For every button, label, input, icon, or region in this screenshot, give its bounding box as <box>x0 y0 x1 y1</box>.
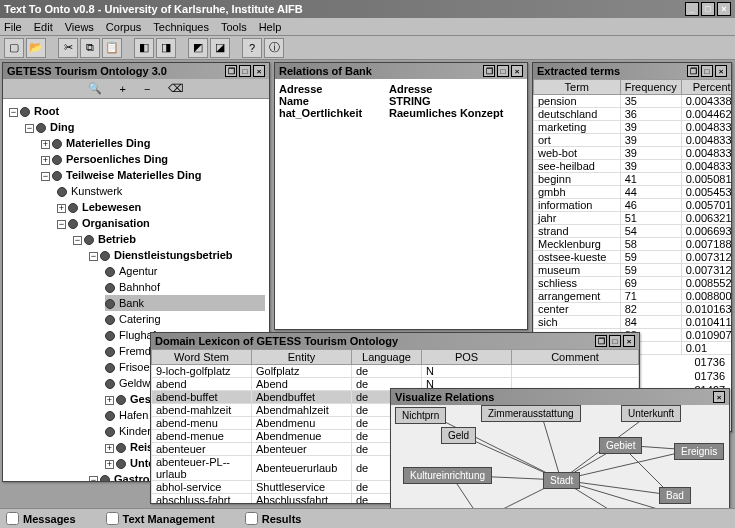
tool2-icon[interactable]: ◨ <box>156 38 176 58</box>
viz-node[interactable]: Nichtprn <box>395 407 446 424</box>
col-pos[interactable]: POS <box>422 350 512 365</box>
relation-row[interactable]: NameSTRING <box>279 95 523 107</box>
relation-row[interactable]: hat_OertlichkeitRaeumliches Konzept <box>279 107 523 119</box>
lexicon-titlebar[interactable]: Domain Lexicon of GETESS Tourism Ontolog… <box>151 333 639 349</box>
menu-corpus[interactable]: Corpus <box>106 21 141 33</box>
menu-help[interactable]: Help <box>259 21 282 33</box>
col-pct[interactable]: Percentage <box>681 80 731 95</box>
detach-icon[interactable]: ❐ <box>687 65 699 77</box>
table-row[interactable]: beginn410.0050818045 <box>534 173 732 186</box>
tree-node[interactable]: Organisation <box>82 217 150 229</box>
viz-node[interactable]: Kultureinrichtung <box>403 467 492 484</box>
close-icon[interactable]: × <box>623 335 635 347</box>
viz-node[interactable]: Gebiet <box>599 437 642 454</box>
copy-icon[interactable]: ⧉ <box>80 38 100 58</box>
clear-icon[interactable]: ⌫ <box>168 82 184 95</box>
viz-node[interactable]: Geld <box>441 427 476 444</box>
tool3-icon[interactable]: ◩ <box>188 38 208 58</box>
tree-node[interactable]: Ding <box>50 121 74 133</box>
tool4-icon[interactable]: ◪ <box>210 38 230 58</box>
viz-node[interactable]: Ereignis <box>674 443 724 460</box>
toggle-icon[interactable]: − <box>9 108 18 117</box>
tree-node[interactable]: Teilweise Materielles Ding <box>66 169 202 181</box>
menu-file[interactable]: File <box>4 21 22 33</box>
tree-node[interactable]: Catering <box>119 313 161 325</box>
table-row[interactable]: sich840.010411502 <box>534 316 732 329</box>
viz-node[interactable]: Zimmerausstattung <box>481 405 581 422</box>
viz-node[interactable]: Stadt <box>543 472 580 489</box>
ontology-titlebar[interactable]: GETESS Tourism Ontology 3.0 ❐ □ × <box>3 63 269 79</box>
add-icon[interactable]: + <box>120 83 126 95</box>
table-row[interactable]: 9-loch-golfplatzGolfplatzdeN <box>152 365 639 378</box>
tree-node[interactable]: Betrieb <box>98 233 136 245</box>
tree-node[interactable]: Dienstleistungsbetrieb <box>114 249 233 261</box>
table-row[interactable]: Mecklenburg580.0071888943 <box>534 238 732 251</box>
minimize-button[interactable]: _ <box>685 2 699 16</box>
relations-titlebar[interactable]: Relations of Bank ❐ □ × <box>275 63 527 79</box>
paste-icon[interactable]: 📋 <box>102 38 122 58</box>
relation-row[interactable]: AdresseAdresse <box>279 83 523 95</box>
open-icon[interactable]: 📂 <box>26 38 46 58</box>
col-lang[interactable]: Language <box>352 350 422 365</box>
table-row[interactable]: museum590.007312841 <box>534 264 732 277</box>
table-row[interactable]: see-heilbad390.0048339115 <box>534 160 732 173</box>
tree-node[interactable]: Persoenliches Ding <box>66 153 168 165</box>
tree-node[interactable]: Kunstwerk <box>71 185 122 197</box>
col-term[interactable]: Term <box>534 80 621 95</box>
detach-icon[interactable]: ❐ <box>595 335 607 347</box>
textmgmt-checkbox[interactable]: Text Management <box>106 512 215 525</box>
col-comment[interactable]: Comment <box>512 350 639 365</box>
menu-edit[interactable]: Edit <box>34 21 53 33</box>
tree-node[interactable]: Hafen <box>119 409 148 421</box>
max-icon[interactable]: □ <box>609 335 621 347</box>
tree-node[interactable]: Materielles Ding <box>66 137 150 149</box>
info-icon[interactable]: ⓘ <box>264 38 284 58</box>
table-row[interactable]: arrangement710.008800198 <box>534 290 732 303</box>
tree-node[interactable]: Lebewesen <box>82 201 141 213</box>
table-row[interactable]: ort390.0048339115 <box>534 134 732 147</box>
messages-checkbox[interactable]: Messages <box>6 512 76 525</box>
table-row[interactable]: schliess690.008552305 <box>534 277 732 290</box>
table-row[interactable]: ostsee-kueste590.007312841 <box>534 251 732 264</box>
tree-node[interactable]: Bahnhof <box>119 281 160 293</box>
col-freq[interactable]: Frequency <box>620 80 681 95</box>
help-icon[interactable]: ? <box>242 38 262 58</box>
close-button[interactable]: × <box>717 2 731 16</box>
viz-node[interactable]: Bad <box>659 487 691 504</box>
table-row[interactable]: center820.010163609 <box>534 303 732 316</box>
extracted-titlebar[interactable]: Extracted terms ❐ □ × <box>533 63 731 79</box>
viz-titlebar[interactable]: Visualize Relations × <box>391 389 729 405</box>
new-icon[interactable]: ▢ <box>4 38 24 58</box>
table-row[interactable]: marketing390.0048339115 <box>534 121 732 134</box>
tree-node-selected[interactable]: Bank <box>119 297 144 309</box>
tool1-icon[interactable]: ◧ <box>134 38 154 58</box>
tree-root[interactable]: Root <box>34 105 59 117</box>
table-row[interactable]: jahr510.006321269 <box>534 212 732 225</box>
col-entity[interactable]: Entity <box>252 350 352 365</box>
max-icon[interactable]: □ <box>497 65 509 77</box>
cut-icon[interactable]: ✂ <box>58 38 78 58</box>
table-row[interactable]: strand540.0066931085 <box>534 225 732 238</box>
table-row[interactable]: gmbh440.005453644 <box>534 186 732 199</box>
menu-views[interactable]: Views <box>65 21 94 33</box>
max-icon[interactable]: □ <box>701 65 713 77</box>
close-icon[interactable]: × <box>713 391 725 403</box>
close-icon[interactable]: × <box>253 65 265 77</box>
viz-node[interactable]: Unterkunft <box>621 405 681 422</box>
detach-icon[interactable]: ❐ <box>483 65 495 77</box>
zoom-icon[interactable]: 🔍 <box>88 82 102 95</box>
menu-techniques[interactable]: Techniques <box>153 21 209 33</box>
table-row[interactable]: web-bot390.0048339115 <box>534 147 732 160</box>
close-icon[interactable]: × <box>511 65 523 77</box>
tree-node[interactable]: Agentur <box>119 265 158 277</box>
table-row[interactable]: pension350.0043381257 <box>534 95 732 108</box>
table-row[interactable]: information460.005701537 <box>534 199 732 212</box>
table-row[interactable]: deutschland360.004462072 <box>534 108 732 121</box>
close-icon[interactable]: × <box>715 65 727 77</box>
col-wordstem[interactable]: Word Stem <box>152 350 252 365</box>
detach-icon[interactable]: ❐ <box>225 65 237 77</box>
maximize-button[interactable]: □ <box>701 2 715 16</box>
results-checkbox[interactable]: Results <box>245 512 302 525</box>
menu-tools[interactable]: Tools <box>221 21 247 33</box>
max-icon[interactable]: □ <box>239 65 251 77</box>
